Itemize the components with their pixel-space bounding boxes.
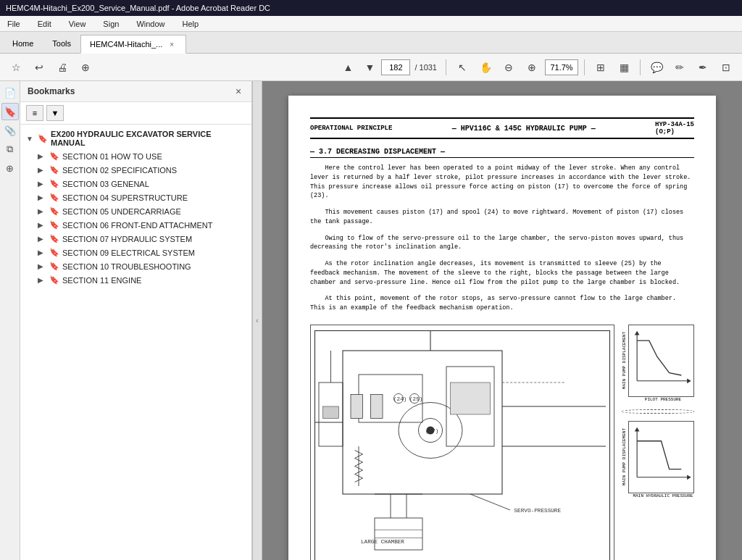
tree-item-section07[interactable]: ▶ 🔖 SECTION 07 HYDRAULIC SYSTEM xyxy=(20,232,251,246)
tree-item-section03[interactable]: ▶ 🔖 SECTION 03 GENENAL xyxy=(20,177,251,191)
rail-bookmark-btn[interactable]: 🔖 xyxy=(1,103,19,120)
zoom-in-btn[interactable]: ⊕ xyxy=(522,57,542,78)
menu-file[interactable]: File xyxy=(4,18,23,30)
sidebar-close-btn[interactable]: × xyxy=(233,85,244,97)
bookmark-btn[interactable]: ☆ xyxy=(6,57,26,78)
menu-window[interactable]: Window xyxy=(133,18,167,30)
page-number-input[interactable]: 182 xyxy=(381,59,410,75)
menu-help[interactable]: Help xyxy=(180,18,202,30)
pdf-page: OPERATIONAL PRINCIPLE — HPV116C & 145C H… xyxy=(288,96,716,560)
print-btn[interactable]: 🖨 xyxy=(52,57,72,78)
s06-bookmark-icon: 🔖 xyxy=(49,220,59,230)
draw-btn[interactable]: ✒ xyxy=(693,57,713,78)
tree-item-section05[interactable]: ▶ 🔖 SECTION 05 UNDERCARRIAGE xyxy=(20,204,251,218)
page-navigation: ▲ ▼ 182 / 1031 xyxy=(338,57,440,78)
pdf-graph-2 xyxy=(628,421,694,493)
tab-tools-label: Tools xyxy=(52,39,71,48)
svg-rect-0 xyxy=(315,330,610,560)
tab-document[interactable]: HEMC4M-Hitachi_... × xyxy=(80,35,186,54)
pdf-header: OPERATIONAL PRINCIPLE — HPV116C & 145C H… xyxy=(310,117,694,139)
menu-sign[interactable]: Sign xyxy=(100,18,122,30)
icon-rail: 📄 🔖 📎 ⧉ ⊕ xyxy=(0,81,20,560)
pdf-side-graphs: MAIN PUMP DISPLACEMENT xyxy=(622,325,694,560)
svg-text:(17): (17) xyxy=(425,428,438,434)
zoom-marquee-btn[interactable]: ⊕ xyxy=(75,57,96,78)
svg-rect-7 xyxy=(451,383,491,414)
separator-1 xyxy=(446,59,446,75)
select-tool-btn[interactable]: ↖ xyxy=(452,57,472,78)
more-tools-btn[interactable]: ⊡ xyxy=(716,57,736,78)
title-bar: HEMC4M-Hitachi_Ex200_Service_Manual.pdf … xyxy=(0,0,742,16)
svg-text:(25): (25) xyxy=(409,396,422,402)
tree-item-s02-label: SECTION 02 SPECIFICATIONS xyxy=(62,166,177,175)
tree-item-section02[interactable]: ▶ 🔖 SECTION 02 SPECIFICATIONS xyxy=(20,163,251,177)
s04-bookmark-icon: 🔖 xyxy=(49,193,59,202)
sidebar-toolbar: ≡ ▼ xyxy=(20,102,251,125)
tab-document-label: HEMC4M-Hitachi_... xyxy=(90,40,162,49)
s05-toggle: ▶ xyxy=(38,207,48,215)
s09-toggle: ▶ xyxy=(38,248,48,256)
sidebar-expand-btn[interactable]: ▼ xyxy=(46,105,64,121)
rail-layers-btn[interactable]: ⧉ xyxy=(1,141,19,158)
tab-close-button[interactable]: × xyxy=(167,39,177,49)
svg-text:LARGE CHAMBER: LARGE CHAMBER xyxy=(361,539,404,545)
pdf-viewer[interactable]: OPERATIONAL PRINCIPLE — HPV116C & 145C H… xyxy=(262,81,742,560)
tab-home[interactable]: Home xyxy=(3,34,43,53)
s05-bookmark-icon: 🔖 xyxy=(49,206,59,216)
sidebar-header: Bookmarks × xyxy=(20,81,251,102)
pdf-paragraph-1: Here the control lever has been operated… xyxy=(310,164,694,201)
back-btn[interactable]: ↩ xyxy=(29,57,49,78)
separator-2 xyxy=(584,59,585,75)
tree-item-s10-label: SECTION 10 TROUBLESHOOTING xyxy=(62,262,191,271)
tree-item-section11[interactable]: ▶ 🔖 SECTION 11 ENGINE xyxy=(20,273,251,287)
pdf-graph-1 xyxy=(628,325,694,397)
comment-btn[interactable]: 💬 xyxy=(646,57,667,78)
tree-item-s07-label: SECTION 07 HYDRAULIC SYSTEM xyxy=(62,235,192,243)
two-page-btn[interactable]: ▦ xyxy=(614,57,634,78)
tree-item-s06-label: SECTION 06 FRONT-END ATTACHMENT xyxy=(62,221,212,230)
tab-tools[interactable]: Tools xyxy=(43,34,80,53)
s01-toggle: ▶ xyxy=(38,152,48,160)
rail-attachment-btn[interactable]: 📎 xyxy=(1,122,19,139)
tree-item-section10[interactable]: ▶ 🔖 SECTION 10 TROUBLESHOOTING xyxy=(20,259,251,273)
tree-root[interactable]: ▼ 🔖 EX200 HYDRAULIC EXCAVATOR SERVICE MA… xyxy=(20,128,251,149)
s07-bookmark-icon: 🔖 xyxy=(49,234,59,243)
tree-item-s03-label: SECTION 03 GENENAL xyxy=(62,180,149,188)
pdf-header-right: HYP-34A-15(O;P) xyxy=(655,121,694,135)
tree-item-s04-label: SECTION 04 SUPERSTRUCTURE xyxy=(62,193,188,202)
tree-item-section09[interactable]: ▶ 🔖 SECTION 09 ELECTRICAL SYSTEM xyxy=(20,246,251,259)
menu-view[interactable]: View xyxy=(66,18,89,30)
hand-tool-btn[interactable]: ✋ xyxy=(475,57,496,78)
prev-page-btn[interactable]: ▲ xyxy=(338,57,358,78)
s02-bookmark-icon: 🔖 xyxy=(49,165,59,175)
menu-bar: File Edit View Sign Window Help xyxy=(0,16,742,32)
tree-item-s05-label: SECTION 05 UNDERCARRIAGE xyxy=(62,207,181,216)
s02-toggle: ▶ xyxy=(38,166,48,174)
s07-toggle: ▶ xyxy=(38,235,48,243)
window-title: HEMC4M-Hitachi_Ex200_Service_Manual.pdf … xyxy=(6,4,270,12)
tree-item-s01-label: SECTION 01 HOW TO USE xyxy=(62,152,162,161)
tree-item-section01[interactable]: ▶ 🔖 SECTION 01 HOW TO USE xyxy=(20,149,251,163)
zoom-input[interactable]: 71.7% xyxy=(545,59,578,75)
main-area: 📄 🔖 📎 ⧉ ⊕ Bookmarks × ≡ ▼ ▼ 🔖 EX200 HYDR… xyxy=(0,81,742,560)
root-toggle-icon: ▼ xyxy=(26,135,36,143)
rail-destinations-btn[interactable]: ⊕ xyxy=(1,159,19,177)
fit-page-btn[interactable]: ⊞ xyxy=(591,57,611,78)
s10-bookmark-icon: 🔖 xyxy=(49,262,59,271)
tree-item-section06[interactable]: ▶ 🔖 SECTION 06 FRONT-END ATTACHMENT xyxy=(20,218,251,232)
sidebar-title: Bookmarks xyxy=(28,86,75,96)
toolbar: ☆ ↩ 🖨 ⊕ ▲ ▼ 182 / 1031 ↖ ✋ ⊖ ⊕ 71.7% ⊞ ▦… xyxy=(0,54,742,81)
s01-bookmark-icon: 🔖 xyxy=(49,151,59,161)
next-page-btn[interactable]: ▼ xyxy=(359,57,380,78)
menu-edit[interactable]: Edit xyxy=(35,18,54,30)
svg-marker-35 xyxy=(635,331,640,335)
separator-3 xyxy=(640,59,641,75)
sidebar-collapse-handle[interactable]: ‹ xyxy=(252,81,262,560)
rail-page-btn[interactable]: 📄 xyxy=(1,84,19,101)
s04-toggle: ▶ xyxy=(38,193,48,201)
tree-item-section04[interactable]: ▶ 🔖 SECTION 04 SUPERSTRUCTURE xyxy=(20,191,251,204)
svg-rect-31 xyxy=(371,394,383,418)
highlight-btn[interactable]: ✏ xyxy=(670,57,690,78)
zoom-out-btn[interactable]: ⊖ xyxy=(499,57,519,78)
sidebar-list-btn[interactable]: ≡ xyxy=(26,105,43,121)
